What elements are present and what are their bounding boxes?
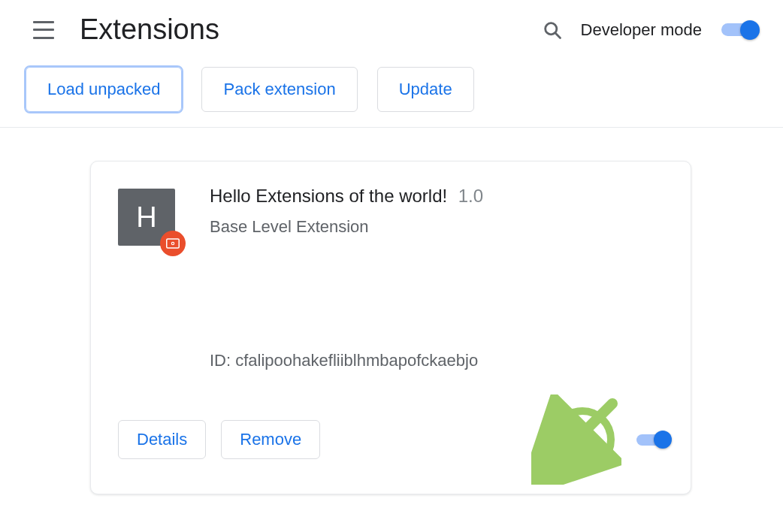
extension-name: Hello Extensions of the world! (210, 186, 447, 206)
extension-description: Base Level Extension (210, 217, 483, 237)
page-header: Extensions Developer mode (0, 0, 783, 58)
update-button[interactable]: Update (377, 67, 474, 112)
developer-mode-label: Developer mode (581, 20, 702, 40)
svg-point-4 (172, 243, 174, 244)
extension-card: H Hello Extensions of the world! 1.0 Bas… (90, 161, 691, 494)
extension-id: ID: cfalipoohakefliiblhmbapofckaebjo (210, 351, 670, 370)
reload-icon (570, 427, 595, 452)
remove-button[interactable]: Remove (221, 420, 320, 459)
details-button[interactable]: Details (118, 420, 206, 459)
page-title: Extensions (80, 14, 219, 46)
reload-button[interactable] (567, 425, 597, 455)
extension-enable-toggle[interactable] (635, 433, 670, 446)
menu-icon[interactable] (33, 21, 54, 39)
load-unpacked-button[interactable]: Load unpacked (26, 67, 182, 112)
developer-mode-toggle[interactable] (720, 23, 757, 38)
search-icon[interactable] (542, 20, 563, 41)
toolbar: Load unpacked Pack extension Update (0, 58, 783, 127)
pack-extension-button[interactable]: Pack extension (201, 67, 357, 112)
unpacked-badge-icon (160, 231, 186, 256)
extension-icon: H (118, 189, 175, 246)
extension-version: 1.0 (458, 186, 483, 206)
extension-id-label: ID: (210, 351, 231, 370)
svg-line-1 (555, 33, 560, 38)
extension-id-value: cfalipoohakefliiblhmbapofckaebjo (235, 351, 478, 370)
